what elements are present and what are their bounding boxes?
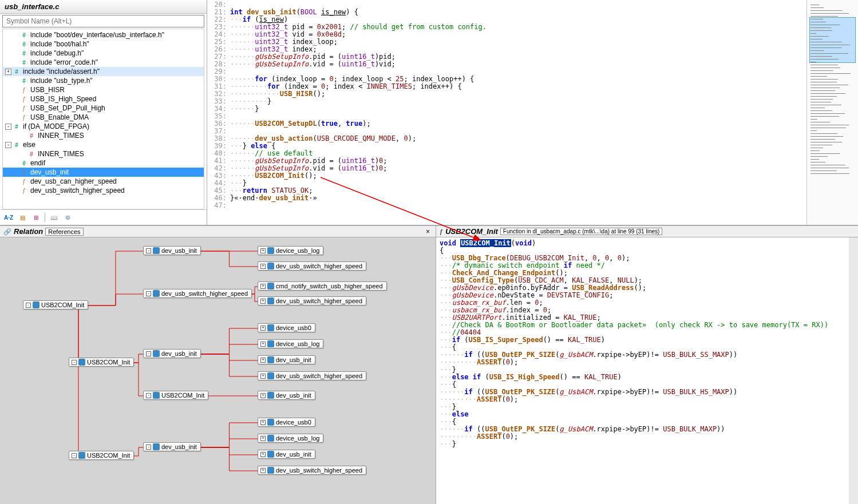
tree-toggle[interactable]: -	[5, 142, 11, 148]
outline-tree[interactable]: #include "boot/dev_interface/usb_interfa…	[2, 29, 204, 209]
relation-node[interactable]: +device_usb0	[258, 418, 315, 427]
code-editor[interactable]: 20:21:22:23:24:25:26:27:28:29:30:31:32:3…	[207, 0, 858, 225]
outline-title: usb_interface.c	[0, 0, 207, 14]
outline-item[interactable]: ƒUSB_Enable_DMA	[3, 113, 204, 122]
tree-toggle[interactable]: -	[5, 124, 11, 130]
book-icon[interactable]: 📖	[49, 212, 59, 223]
node-icon	[78, 452, 85, 459]
node-toggle[interactable]: -	[72, 453, 77, 458]
node-toggle[interactable]: -	[146, 248, 151, 253]
outline-label: include "usb_type.h"	[30, 77, 93, 85]
node-icon	[267, 467, 274, 474]
node-icon	[267, 283, 274, 289]
node-toggle[interactable]: -	[72, 360, 77, 365]
node-toggle[interactable]: +	[260, 299, 266, 304]
outline-label: USB_Enable_DMA	[30, 113, 89, 121]
outline-item[interactable]: #endif	[3, 158, 204, 168]
relation-node[interactable]: +device_usb_log	[258, 434, 323, 443]
node-toggle[interactable]: +	[260, 326, 266, 331]
node-icon	[267, 451, 274, 458]
relation-node[interactable]: -dev_usb_init	[143, 246, 201, 255]
node-toggle[interactable]: -	[146, 445, 151, 450]
relation-node[interactable]: -dev_usb_init	[143, 349, 201, 358]
relation-node[interactable]: -USB2COM_Init	[69, 358, 134, 367]
detail-code[interactable]: void USB2COM_Init(void){···USB_Dbg_Trace…	[436, 237, 858, 504]
symbol-search-input[interactable]	[2, 15, 204, 27]
relation-node[interactable]: +dev_usb_switch_higher_speed	[258, 261, 366, 271]
relation-node[interactable]: +dev_usb_switch_higher_speed	[258, 371, 366, 380]
node-toggle[interactable]: +	[260, 420, 266, 425]
outline-label: INNER_TIMES	[38, 132, 84, 140]
node-icon	[153, 350, 160, 357]
minimap[interactable]: /*decorative*/	[806, 0, 858, 225]
node-toggle[interactable]: +	[260, 468, 266, 473]
outline-item[interactable]: ƒdev_usb_switch_higher_speed	[3, 186, 204, 195]
outline-item[interactable]: ƒUSB_Set_DP_Pull_High	[3, 104, 204, 113]
outline-label: dev_usb_can_higher_speed	[30, 177, 117, 185]
relation-node[interactable]: -USB2COM_Init	[143, 391, 208, 400]
relation-node[interactable]: +dev_usb_init	[258, 355, 315, 364]
relation-node[interactable]: +device_usb_log	[258, 246, 323, 255]
relation-node[interactable]: +device_usb_log	[258, 339, 323, 348]
node-toggle[interactable]: -	[146, 393, 151, 398]
outline-item[interactable]: ƒUSB_HISR	[3, 85, 204, 94]
view-list-button[interactable]: ▤	[17, 212, 27, 223]
outline-item[interactable]: ƒUSB_IS_High_Speed	[3, 94, 204, 104]
node-icon	[267, 247, 274, 254]
code-body[interactable]: int dev_usb_init(BOOL is_new) {···if (is…	[230, 0, 806, 225]
outline-item[interactable]: #include "boot/dev_interface/usb_interfa…	[3, 30, 204, 39]
node-toggle[interactable]: +	[260, 248, 266, 253]
node-icon	[267, 435, 274, 442]
relation-node[interactable]: +dev_usb_init	[258, 391, 315, 400]
outline-item[interactable]: #include "boot/hal.h"	[3, 39, 204, 49]
node-toggle[interactable]: +	[260, 358, 266, 363]
outline-item[interactable]: -#else	[3, 140, 204, 149]
sort-az-button[interactable]: A·Z	[3, 212, 14, 223]
node-label: dev_usb_switch_higher_speed	[276, 263, 362, 269]
node-toggle[interactable]: +	[260, 374, 266, 379]
relation-node[interactable]: +cmd_notify_switch_usb_higher_speed	[258, 281, 387, 291]
view-tree-button[interactable]: ⊞	[31, 212, 41, 223]
outline-item[interactable]: #include "debug.h"	[3, 49, 204, 58]
node-label: USB2COM_Init	[87, 359, 130, 366]
relation-node[interactable]: -dev_usb_switch_higher_speed	[143, 289, 252, 298]
outline-label: INNER_TIMES	[38, 150, 84, 158]
node-toggle[interactable]: -	[26, 303, 31, 308]
node-toggle[interactable]: -	[146, 351, 151, 356]
node-label: dev_usb_switch_higher_speed	[276, 467, 362, 474]
node-toggle[interactable]: +	[260, 264, 266, 269]
relation-node[interactable]: -USB2COM_Init	[69, 451, 134, 460]
relation-node[interactable]: +dev_usb_switch_higher_speed	[258, 466, 366, 475]
outline-item[interactable]: #include "usb_type.h"	[3, 76, 204, 85]
outline-label: USB_IS_High_Speed	[30, 95, 96, 103]
outline-item[interactable]: ƒdev_usb_can_higher_speed	[3, 177, 204, 186]
outline-item[interactable]: ƒdev_usb_init	[3, 168, 204, 177]
relation-canvas[interactable]: -USB2COM_Init-dev_usb_init+device_usb_lo…	[0, 237, 436, 504]
node-toggle[interactable]: -	[146, 291, 151, 296]
outline-label: include "include/assert.h"	[23, 68, 100, 76]
tree-toggle[interactable]: +	[5, 69, 11, 75]
node-toggle[interactable]: +	[260, 452, 266, 457]
outline-item[interactable]: +#include "include/assert.h"	[3, 67, 204, 76]
relation-node[interactable]: +dev_usb_init	[258, 450, 315, 459]
node-icon	[267, 356, 274, 363]
relation-close-button[interactable]: ×	[424, 228, 432, 236]
outline-item[interactable]: #INNER_TIMES	[3, 149, 204, 158]
node-toggle[interactable]: +	[260, 436, 266, 441]
relation-subtitle[interactable]: References	[45, 228, 83, 236]
relation-node[interactable]: +device_usb0	[258, 323, 315, 332]
node-toggle[interactable]: +	[260, 342, 266, 347]
gear-icon[interactable]: ⚙	[62, 212, 73, 223]
detail-panel: ƒ USB2COM_Init Function in dl_usbacm_ada…	[436, 226, 858, 504]
relation-node[interactable]: -dev_usb_init	[143, 442, 201, 451]
node-toggle[interactable]: +	[260, 284, 266, 289]
relation-icon: 🔗	[3, 228, 11, 235]
relation-node[interactable]: -USB2COM_Init	[23, 300, 88, 309]
outline-item[interactable]: #include "error_code.h"	[3, 58, 204, 67]
relation-node[interactable]: +dev_usb_switch_higher_speed	[258, 296, 366, 305]
outline-item[interactable]: #INNER_TIMES	[3, 131, 204, 140]
node-icon	[267, 340, 274, 347]
detail-desc: Function in dl_usbacm_adap.c (mtk\...\da…	[500, 228, 662, 235]
node-toggle[interactable]: +	[260, 393, 266, 398]
outline-item[interactable]: -#if (DA_MODE_FPGA)	[3, 122, 204, 131]
